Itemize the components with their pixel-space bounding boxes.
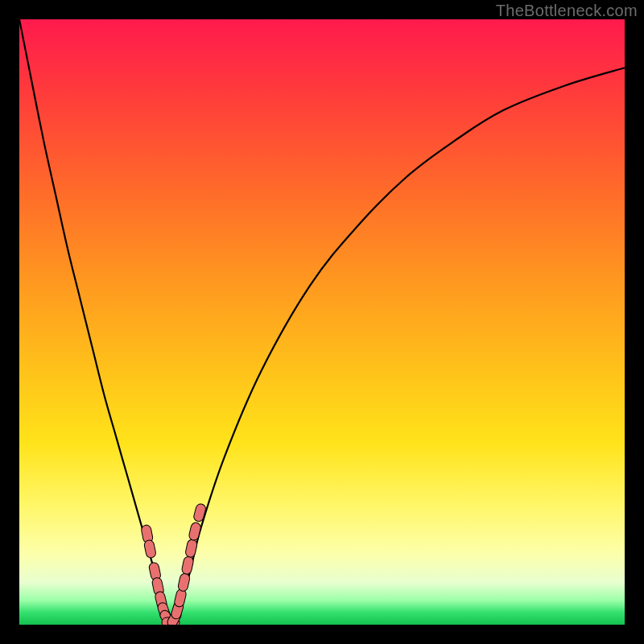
marker-capsule <box>188 522 202 541</box>
marker-capsule <box>181 555 194 575</box>
marker-capsule <box>143 539 156 559</box>
plot-area <box>19 19 625 625</box>
marker-capsule <box>177 572 190 592</box>
bottleneck-curve <box>19 19 625 625</box>
curve-layer <box>19 19 625 625</box>
watermark-text: TheBottleneck.com <box>496 2 638 20</box>
chart-frame: TheBottleneck.com <box>0 0 644 644</box>
marker-capsule <box>184 539 197 558</box>
near-optimum-markers <box>141 503 207 625</box>
marker-capsule <box>193 503 207 522</box>
marker-capsule <box>174 588 188 608</box>
